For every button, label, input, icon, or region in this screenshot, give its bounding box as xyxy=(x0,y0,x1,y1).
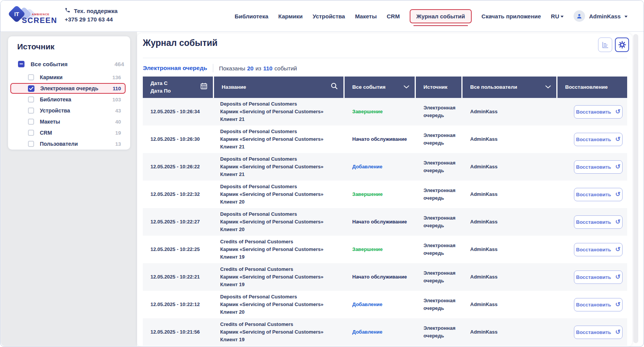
source-filter-item[interactable]: Кармики 136 xyxy=(10,72,126,83)
shown-count: 20 xyxy=(247,65,254,72)
chevron-down-icon[interactable] xyxy=(404,83,409,91)
support-phone: +375 29 170 63 44 xyxy=(65,16,118,23)
checkbox-icon[interactable] xyxy=(28,96,34,103)
filter-all-events[interactable]: Все события 464 xyxy=(8,58,130,70)
restore-label: Восстановить xyxy=(576,164,611,170)
active-filter-link[interactable]: Электронная очередь xyxy=(143,65,207,72)
event-date: 12.05.2025 - 10:21:56 xyxy=(143,328,213,336)
restore-button[interactable]: Восстановить ↺ xyxy=(574,243,623,256)
undo-icon: ↺ xyxy=(615,274,620,280)
column-header-source[interactable]: Источник xyxy=(416,77,461,98)
filter-label: Все события xyxy=(31,61,68,67)
logo-tagline: AMBIENCE xyxy=(32,13,49,16)
nav-item-label: Библиотека xyxy=(235,13,268,20)
event-date: 12.05.2025 - 10:22:25 xyxy=(143,246,213,253)
gear-icon xyxy=(618,41,626,49)
source-filter-item[interactable]: Электронная очередь 110 xyxy=(10,83,126,94)
chevron-down-icon xyxy=(561,16,564,18)
chart-view-button[interactable] xyxy=(598,37,612,52)
event-user: AdminKass xyxy=(463,163,556,171)
source-filter-item[interactable]: Пользователи 13 xyxy=(10,138,126,149)
restore-button[interactable]: Восстановить ↺ xyxy=(574,133,623,146)
table-row: 12.05.2025 - 10:21:56 Credits of Persona… xyxy=(143,318,627,346)
event-user: AdminKass xyxy=(463,301,556,308)
source-filter-item[interactable]: CRM 19 xyxy=(10,127,126,138)
checkbox-icon[interactable] xyxy=(28,85,34,92)
support-block: Тех. поддержка +375 29 170 63 44 xyxy=(65,7,118,23)
checkbox-icon[interactable] xyxy=(28,130,34,136)
source-filter-item[interactable]: Макеты 40 xyxy=(10,116,126,127)
event-source: Электронная очередь xyxy=(416,269,461,285)
event-name: Deposits of Personal CustomersКармик «Se… xyxy=(214,155,343,178)
column-header-user[interactable]: Все пользователи xyxy=(463,77,556,98)
language-selector[interactable]: RU xyxy=(551,13,564,20)
logo-short-text: IT xyxy=(10,8,23,20)
restore-button[interactable]: Восстановить ↺ xyxy=(574,270,623,284)
event-source: Электронная очередь xyxy=(416,132,461,147)
filter-count: 110 xyxy=(113,86,121,91)
event-action: Восстановить ↺ xyxy=(557,188,627,201)
undo-icon: ↺ xyxy=(615,219,620,225)
brand-logo[interactable]: IT AMBIENCE SCREEN xyxy=(8,5,62,28)
nav-item[interactable]: Макеты xyxy=(355,13,377,20)
column-header-name[interactable]: Название xyxy=(214,77,343,98)
nav-item-download[interactable]: Скачать приложение xyxy=(482,13,541,20)
event-source: Электронная очередь xyxy=(416,324,461,340)
event-name: Credits of Personal CustomersКармик «Ser… xyxy=(214,238,343,261)
checkbox-icon[interactable] xyxy=(28,141,34,147)
table-body: 12.05.2025 - 10:26:34 Deposits of Person… xyxy=(143,98,627,346)
restore-button[interactable]: Восстановить ↺ xyxy=(574,326,623,339)
checkbox-icon[interactable] xyxy=(28,74,34,80)
filter-count: 13 xyxy=(115,141,121,147)
search-icon[interactable] xyxy=(330,82,338,92)
calendar-icon[interactable] xyxy=(200,82,208,92)
event-source: Электронная очередь xyxy=(416,187,461,202)
checkbox-indeterminate-icon[interactable] xyxy=(18,61,25,67)
event-action: Восстановить ↺ xyxy=(557,270,627,284)
restore-button[interactable]: Восстановить ↺ xyxy=(574,160,623,174)
column-header-date[interactable]: Дата СДата По xyxy=(143,77,213,98)
nav-item[interactable]: Журнал событий xyxy=(410,9,471,23)
column-header-event[interactable]: Все события xyxy=(345,77,415,98)
event-type: Добавление xyxy=(345,301,415,308)
checkbox-icon[interactable] xyxy=(28,108,34,114)
active-filter-row: Электронная очередь Показаны 20 из 110 с… xyxy=(143,63,297,73)
column-header-restore: Восстановление xyxy=(557,77,627,98)
event-source: Электронная очередь xyxy=(416,159,461,174)
restore-button[interactable]: Восстановить ↺ xyxy=(574,298,623,311)
restore-label: Восстановить xyxy=(576,109,611,115)
nav-item[interactable]: Устройства xyxy=(313,13,345,20)
vertical-scrollbar[interactable] xyxy=(633,34,638,343)
restore-label: Восстановить xyxy=(576,247,611,253)
nav-item[interactable]: Кармики xyxy=(278,13,303,20)
divider xyxy=(213,64,213,72)
nav-item[interactable]: Библиотека xyxy=(235,13,268,20)
source-filter-item[interactable]: Библиотека 103 xyxy=(10,94,126,105)
event-date: 12.05.2025 - 10:22:27 xyxy=(143,218,213,226)
user-menu[interactable]: AdminKass xyxy=(574,10,628,22)
nav-item[interactable]: CRM xyxy=(387,13,400,20)
undo-icon: ↺ xyxy=(615,109,620,115)
restore-label: Восстановить xyxy=(576,329,611,335)
top-bar: IT AMBIENCE SCREEN Тех. поддержка +375 2… xyxy=(0,0,644,32)
event-action: Восстановить ↺ xyxy=(557,298,627,311)
chevron-down-icon[interactable] xyxy=(545,83,551,91)
undo-icon: ↺ xyxy=(615,191,620,197)
restore-button[interactable]: Восстановить ↺ xyxy=(574,105,623,119)
restore-button[interactable]: Восстановить ↺ xyxy=(574,215,623,229)
avatar xyxy=(574,10,585,22)
event-source: Электронная очередь xyxy=(416,242,461,257)
username: AdminKass xyxy=(589,13,621,20)
active-nav-underline xyxy=(414,25,467,26)
source-filter-item[interactable]: Устройства 43 xyxy=(10,105,126,116)
source-filter-card: Источник Все события 464 Кармики 136 Эле… xyxy=(8,36,130,150)
table-row: 12.05.2025 - 10:22:12 Deposits of Person… xyxy=(143,291,627,318)
settings-button[interactable] xyxy=(615,37,629,52)
checkbox-icon[interactable] xyxy=(28,119,34,125)
restore-button[interactable]: Восстановить ↺ xyxy=(574,188,623,201)
event-action: Восстановить ↺ xyxy=(557,133,627,146)
filter-count: 464 xyxy=(114,61,124,67)
restore-label: Восстановить xyxy=(576,192,611,197)
event-name: Deposits of Personal CustomersКармик «Se… xyxy=(214,210,343,233)
undo-icon: ↺ xyxy=(615,329,620,335)
